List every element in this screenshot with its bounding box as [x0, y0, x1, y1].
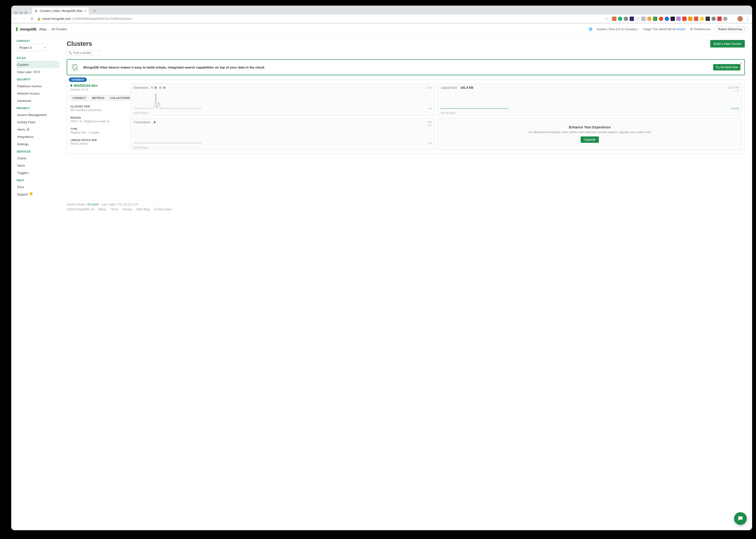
- tab-close-icon[interactable]: ×: [85, 9, 87, 13]
- mongodb-leaf-icon: [15, 27, 19, 32]
- traffic-light-close-icon[interactable]: [15, 12, 18, 14]
- sidebar-help-label: HELP: [17, 179, 59, 182]
- banner-text: MongoDB Atlas Search makes it easy to bu…: [83, 65, 309, 69]
- last-login-value: 174.112.227.147: [117, 203, 139, 206]
- operations-chart[interactable]: Operations R: 0 W: 0 0.1/s ●0 Last 6 Hou…: [130, 83, 309, 116]
- atlas-search-banner: MongoDB Atlas Search makes it easy to bu…: [67, 59, 309, 75]
- connections-chart[interactable]: Connections 6 500max ●0 Last 6 Hours: [130, 118, 309, 150]
- app-header: mongoDB. Atlas All Clusters 🌐 Eastern Ti…: [11, 23, 309, 35]
- sidebar-project-label: PROJECT: [17, 107, 59, 110]
- region-label: REGION: [70, 116, 128, 119]
- copyright-text: ©2020 MongoDB, Inc.: [67, 208, 96, 211]
- type-label: TYPE: [70, 127, 128, 130]
- cluster-name-link[interactable]: MAD9124-dev: [70, 83, 128, 88]
- sidebar-item-data-lake[interactable]: Data Lake BETA: [17, 68, 59, 76]
- metrics-button[interactable]: METRICS: [90, 95, 107, 101]
- reload-button[interactable]: ⟳: [29, 16, 34, 22]
- sidebar-item-advanced[interactable]: Advanced: [17, 97, 59, 104]
- sidebar-item-alerts[interactable]: Alerts 0: [17, 126, 59, 133]
- forward-button[interactable]: →: [22, 16, 27, 22]
- traffic-light-zoom-icon[interactable]: [24, 12, 27, 14]
- brand-text: mongoDB.: [20, 27, 37, 31]
- brand-logo[interactable]: mongoDB. Atlas: [15, 27, 47, 32]
- stitch-label: LINKED STITCH APP: [70, 139, 128, 142]
- cluster-search[interactable]: 🔍: [67, 50, 101, 56]
- new-tab-button[interactable]: +: [91, 8, 98, 14]
- sidebar: CONTEXT Project 0 ▾ ATLAS Clusters Data …: [11, 35, 59, 220]
- brand-subtext: Atlas: [39, 27, 47, 31]
- chart-range: Last 6 Hours: [133, 112, 148, 114]
- beta-badge: BETA: [33, 71, 41, 73]
- sidebar-item-docs[interactable]: Docs: [17, 183, 59, 191]
- tab-title: Clusters | Atlas: MongoDB Atlas: [40, 9, 83, 13]
- cluster-meta: MAD9124-dev Version 4.2.5 CONNECT METRIC…: [70, 83, 128, 150]
- lock-icon: 🔒: [37, 17, 41, 21]
- operations-sparkline: [133, 92, 202, 109]
- sidebar-item-triggers[interactable]: Triggers: [17, 169, 59, 177]
- sidebar-item-integrations[interactable]: Integrations: [17, 133, 59, 140]
- cluster-version: Version 4.2.5: [70, 88, 128, 91]
- sidebar-item-clusters[interactable]: Clusters: [17, 61, 59, 68]
- back-button[interactable]: ←: [14, 16, 19, 22]
- region-value: AWS / N. Virginia (us-east-1): [70, 119, 128, 123]
- connect-button[interactable]: CONNECT: [70, 95, 89, 101]
- window-controls[interactable]: [13, 12, 27, 14]
- mongodb-favicon-icon: [34, 9, 38, 13]
- sidebar-security-label: SECURITY: [17, 78, 59, 81]
- svg-point-0: [72, 64, 77, 69]
- cluster-search-input[interactable]: [73, 51, 99, 54]
- status-dot-icon: [70, 85, 72, 87]
- svg-line-1: [77, 68, 78, 70]
- alerts-count-badge: 0: [26, 128, 30, 131]
- chevron-down-icon: ▾: [44, 46, 45, 49]
- sidebar-item-settings[interactable]: Settings: [17, 140, 59, 148]
- traffic-light-minimize-icon[interactable]: [20, 12, 23, 14]
- main-content: Clusters Build a New Cluster 🔍 MongoDB A…: [59, 35, 309, 220]
- footer-link-blog[interactable]: Atlas Blog: [136, 208, 149, 211]
- type-value: Replica Set - 3 nodes: [70, 131, 128, 134]
- system-status-value: All Good: [87, 203, 98, 206]
- cluster-card: SANDBOX MAD9124-dev Version 4.2.5 CONNEC…: [67, 80, 309, 154]
- all-clusters-link[interactable]: All Clusters: [51, 27, 67, 31]
- page-title: Clusters: [67, 40, 92, 47]
- page-footer: System Status: All Good Last Login: 174.…: [67, 200, 309, 211]
- sidebar-item-database-access[interactable]: Database Access: [17, 82, 59, 90]
- footer-link-contact[interactable]: Contact Sales: [154, 208, 172, 211]
- chart-range: Last 6 Hours: [133, 146, 148, 149]
- cluster-tier-value: M0 Sandbox (General): [70, 109, 128, 112]
- sidebar-item-network-access[interactable]: Network Access: [17, 90, 59, 97]
- sidebar-item-charts[interactable]: Charts: [17, 154, 59, 162]
- project-name: Project 0: [19, 46, 32, 49]
- sidebar-context-label: CONTEXT: [17, 39, 59, 42]
- project-selector[interactable]: Project 0 ▾: [17, 44, 48, 51]
- sidebar-item-stitch[interactable]: Stitch: [17, 162, 59, 169]
- sidebar-item-activity-feed[interactable]: Activity Feed: [17, 118, 59, 126]
- footer-link-privacy[interactable]: Privacy: [122, 208, 132, 211]
- sidebar-atlas-label: ATLAS: [17, 56, 59, 59]
- stitch-value: None Linked: [70, 142, 128, 145]
- search-banner-icon: [71, 63, 79, 71]
- collections-button[interactable]: COLLECTIONS: [108, 95, 132, 101]
- address-bar[interactable]: 🔒 cloud.mongodb.com/v2/5e5e88d3aaa93637d…: [37, 17, 132, 21]
- footer-link-terms[interactable]: Terms: [110, 208, 118, 211]
- search-icon: 🔍: [68, 51, 72, 54]
- sidebar-item-access-management[interactable]: Access Management: [17, 111, 59, 118]
- browser-tab[interactable]: Clusters | Atlas: MongoDB Atlas ×: [32, 7, 89, 14]
- sidebar-item-support[interactable]: Support: [17, 191, 59, 198]
- cluster-tier-label: CLUSTER TIER: [70, 105, 128, 108]
- sidebar-services-label: SERVICES: [17, 150, 59, 153]
- url-host: cloud.mongodb.com: [42, 17, 71, 21]
- connections-sparkline: [133, 127, 202, 143]
- browser-chrome: Clusters | Atlas: MongoDB Atlas × + ← → …: [11, 6, 309, 23]
- footer-link-status[interactable]: Status: [98, 208, 106, 211]
- sandbox-badge: SANDBOX: [69, 77, 87, 82]
- url-path: /v2/5e5e88d3aaa93637dc21936e#clusters: [72, 17, 132, 21]
